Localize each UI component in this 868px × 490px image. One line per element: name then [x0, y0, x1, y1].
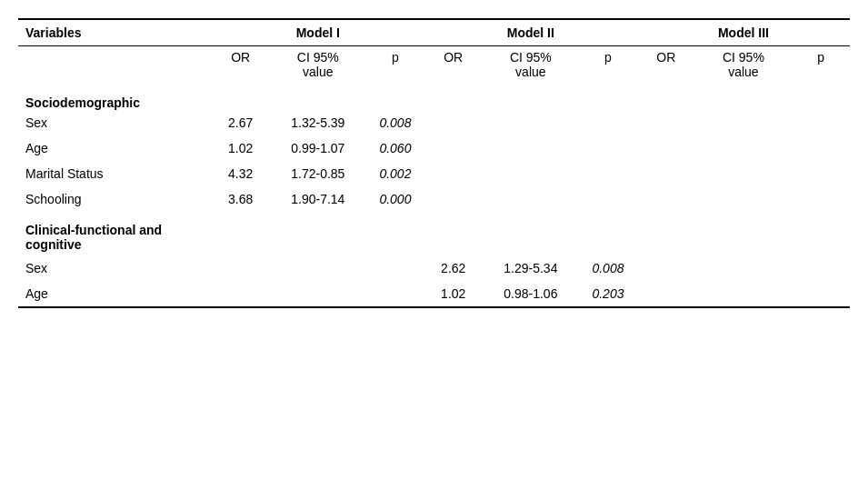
or2-0-2 [424, 161, 483, 186]
p2-1-1: 0.203 [579, 281, 637, 307]
subheader-row1: OR CI 95% p OR CI 95% p OR CI 95% p [18, 46, 850, 65]
or2-1-1: 1.02 [424, 281, 483, 307]
ci1-1-0 [270, 255, 366, 281]
or3-1-0 [637, 255, 695, 281]
m1-p-label: p [366, 46, 424, 65]
p3-0-2 [792, 161, 850, 186]
data-row-0-0: Sex2.671.32-5.390.008 [18, 110, 850, 135]
ci2-0-2 [483, 161, 579, 186]
p1-0-1: 0.060 [366, 135, 424, 161]
data-row-0-3: Schooling3.681.90-7.140.000 [18, 186, 850, 212]
m2-or-label: OR [424, 46, 483, 65]
section-header-row2-1: cognitive [18, 237, 850, 255]
or3-1-1 [637, 281, 695, 307]
or3-0-3 [637, 186, 695, 212]
p3-0-1 [792, 135, 850, 161]
or2-0-3 [424, 186, 483, 212]
ci3-0-3 [695, 186, 792, 212]
section-header-row-1: Clinical-functional and [18, 212, 850, 237]
m2-p-label: p [579, 46, 637, 65]
data-row-1-0: Sex2.621.29-5.340.008 [18, 255, 850, 281]
model1-header: Model I [212, 19, 424, 46]
section-header-row-0: Sociodemographic [18, 85, 850, 110]
p1-1-1 [366, 281, 424, 307]
var-0-3: Schooling [18, 186, 212, 212]
p1-0-0: 0.008 [366, 110, 424, 135]
or1-0-2: 4.32 [212, 161, 270, 186]
m3-p-spacer [792, 65, 850, 85]
m2-p-spacer [579, 65, 637, 85]
subheader-row2: value value value [18, 65, 850, 85]
or2-0-0 [424, 110, 483, 135]
or2-1-0: 2.62 [424, 255, 483, 281]
ci2-0-1 [483, 135, 579, 161]
ci3-1-0 [695, 255, 792, 281]
variables-subheader [18, 46, 212, 65]
or3-0-2 [637, 161, 695, 186]
m3-ci-label: CI 95% [695, 46, 792, 65]
m1-p-spacer [366, 65, 424, 85]
or3-0-1 [637, 135, 695, 161]
section-header-0: Sociodemographic [18, 85, 850, 110]
p2-1-0: 0.008 [579, 255, 637, 281]
m1-ci-label: CI 95% [270, 46, 366, 65]
p1-0-3: 0.000 [366, 186, 424, 212]
ci3-0-2 [695, 161, 792, 186]
p1-1-0 [366, 255, 424, 281]
p2-0-1 [579, 135, 637, 161]
or1-1-0 [212, 255, 270, 281]
p3-1-0 [792, 255, 850, 281]
ci3-1-1 [695, 281, 792, 307]
or1-0-0: 2.67 [212, 110, 270, 135]
m2-ci-label: CI 95% [483, 46, 579, 65]
or1-0-3: 3.68 [212, 186, 270, 212]
m3-or-spacer [637, 65, 695, 85]
or1-0-1: 1.02 [212, 135, 270, 161]
ci1-0-0: 1.32-5.39 [270, 110, 366, 135]
p2-0-0 [579, 110, 637, 135]
var-1-0: Sex [18, 255, 212, 281]
p2-0-3 [579, 186, 637, 212]
ci3-0-1 [695, 135, 792, 161]
or2-0-1 [424, 135, 483, 161]
data-row-1-1: Age1.020.98-1.060.203 [18, 281, 850, 307]
variables-subheader2 [18, 65, 212, 85]
data-row-0-2: Marital Status4.321.72-0.850.002 [18, 161, 850, 186]
ci2-1-0: 1.29-5.34 [483, 255, 579, 281]
header-row: Variables Model I Model II Model III [18, 19, 850, 46]
m2-ci-value-label: value [483, 65, 579, 85]
p3-1-1 [792, 281, 850, 307]
ci1-0-1: 0.99-1.07 [270, 135, 366, 161]
m1-ci-value-label: value [270, 65, 366, 85]
or3-0-0 [637, 110, 695, 135]
or1-1-1 [212, 281, 270, 307]
ci2-0-0 [483, 110, 579, 135]
model2-header: Model II [424, 19, 637, 46]
ci3-0-0 [695, 110, 792, 135]
model3-header: Model III [637, 19, 850, 46]
data-row-0-1: Age1.020.99-1.070.060 [18, 135, 850, 161]
col-variables-header: Variables [18, 19, 212, 46]
m3-or-label: OR [637, 46, 695, 65]
ci1-0-3: 1.90-7.14 [270, 186, 366, 212]
section-header2-1: cognitive [18, 237, 850, 255]
m3-p-label: p [792, 46, 850, 65]
var-0-1: Age [18, 135, 212, 161]
statistics-table: Variables Model I Model II Model III OR … [18, 18, 850, 308]
ci2-1-1: 0.98-1.06 [483, 281, 579, 307]
table-container: Variables Model I Model II Model III OR … [18, 18, 850, 308]
var-1-1: Age [18, 281, 212, 307]
p1-0-2: 0.002 [366, 161, 424, 186]
ci1-0-2: 1.72-0.85 [270, 161, 366, 186]
ci2-0-3 [483, 186, 579, 212]
p3-0-3 [792, 186, 850, 212]
m2-or-spacer [424, 65, 483, 85]
m1-or-spacer [212, 65, 270, 85]
p3-0-0 [792, 110, 850, 135]
var-0-0: Sex [18, 110, 212, 135]
table-body: SociodemographicSex2.671.32-5.390.008Age… [18, 85, 850, 307]
m3-ci-value-label: value [695, 65, 792, 85]
m1-or-label: OR [212, 46, 270, 65]
section-header-1: Clinical-functional and [18, 212, 850, 237]
var-0-2: Marital Status [18, 161, 212, 186]
